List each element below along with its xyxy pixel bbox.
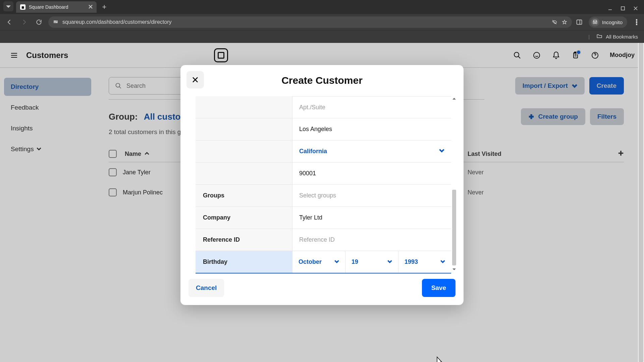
reload-button[interactable] <box>34 17 44 27</box>
modal-scrollbar[interactable] <box>451 96 457 272</box>
state-select[interactable]: California <box>292 140 451 162</box>
company-input[interactable]: Tyler Ltd <box>292 207 451 229</box>
incognito-badge[interactable]: Incognito <box>589 16 627 28</box>
modal-close-button[interactable] <box>186 71 204 88</box>
chevron-down-icon <box>440 258 445 265</box>
scrollbar-thumb[interactable] <box>639 43 643 362</box>
svg-point-7 <box>593 22 595 24</box>
chevron-down-icon <box>439 148 444 155</box>
browser-menu-button[interactable] <box>633 19 640 25</box>
browser-tab-strip: ◼ Square Dashboard + <box>0 0 644 14</box>
scrollbar-thumb[interactable] <box>452 190 456 265</box>
new-tab-button[interactable]: + <box>99 2 109 12</box>
svg-rect-0 <box>621 7 625 10</box>
reference-id-input[interactable]: Reference ID <box>292 229 451 251</box>
browser-toolbar: squareup.com/dashboard/customers/directo… <box>0 14 644 30</box>
svg-point-10 <box>636 21 637 23</box>
svg-point-3 <box>55 21 56 22</box>
save-button[interactable]: Save <box>422 279 455 297</box>
sidepanel-icon[interactable] <box>576 19 583 25</box>
birthday-label: Birthday <box>196 251 292 273</box>
tab-title: Square Dashboard <box>29 4 68 10</box>
forward-button[interactable] <box>19 17 30 27</box>
all-bookmarks-button[interactable]: All Bookmarks <box>606 34 638 40</box>
scroll-up-arrow[interactable] <box>451 97 457 101</box>
modal-overlay: Create Customer Apt./Suite Los Angeles <box>0 43 644 362</box>
bookmarks-bar: | All Bookmarks <box>0 30 644 43</box>
window-controls <box>608 6 641 12</box>
svg-point-11 <box>636 24 637 25</box>
tab-search-button[interactable] <box>3 1 13 11</box>
groups-select[interactable]: Select groups <box>292 185 451 206</box>
page-scrollbar[interactable] <box>638 43 644 362</box>
cancel-button[interactable]: Cancel <box>189 279 224 297</box>
chevron-down-icon <box>387 258 392 265</box>
apt-suite-input[interactable]: Apt./Suite <box>292 96 451 118</box>
minimize-button[interactable] <box>608 6 612 12</box>
tab-close-button[interactable] <box>89 4 93 10</box>
scroll-down-arrow[interactable] <box>451 267 457 272</box>
city-input[interactable]: Los Angeles <box>292 118 451 140</box>
svg-point-9 <box>636 19 637 20</box>
create-customer-modal: Create Customer Apt./Suite Los Angeles <box>180 65 464 305</box>
birthday-month-select[interactable]: October <box>292 251 345 273</box>
cursor-pointer-icon <box>435 356 443 362</box>
svg-rect-5 <box>577 20 582 24</box>
birthday-day-select[interactable]: 19 <box>345 251 398 273</box>
maximize-button[interactable] <box>621 6 625 12</box>
chevron-down-icon <box>334 258 339 265</box>
back-button[interactable] <box>4 17 15 27</box>
birthday-year-select[interactable]: 1993 <box>398 251 451 273</box>
browser-tab[interactable]: ◼ Square Dashboard <box>16 1 97 13</box>
address-bar[interactable]: squareup.com/dashboard/customers/directo… <box>48 16 572 28</box>
zip-input[interactable]: 90001 <box>292 163 451 184</box>
modal-form-scroll: Apt./Suite Los Angeles California <box>195 96 457 272</box>
folder-icon <box>596 33 602 40</box>
bookmark-star-icon[interactable] <box>562 19 567 25</box>
modal-title: Create Customer <box>281 75 363 86</box>
reference-id-label: Reference ID <box>196 229 292 251</box>
page-viewport: Customers Moodjoy Directory Feedback Ins… <box>0 43 644 362</box>
incognito-icon <box>591 18 599 26</box>
address-label-continued <box>196 96 292 118</box>
close-window-button[interactable] <box>633 6 638 12</box>
svg-point-8 <box>595 22 597 24</box>
company-label: Company <box>196 207 292 229</box>
groups-label: Groups <box>196 185 292 206</box>
site-settings-icon[interactable] <box>53 19 58 25</box>
favicon-icon: ◼ <box>20 4 25 10</box>
svg-point-4 <box>56 22 57 23</box>
eye-off-icon[interactable] <box>552 19 557 25</box>
incognito-label: Incognito <box>602 19 623 25</box>
url-text: squareup.com/dashboard/customers/directo… <box>62 19 172 25</box>
